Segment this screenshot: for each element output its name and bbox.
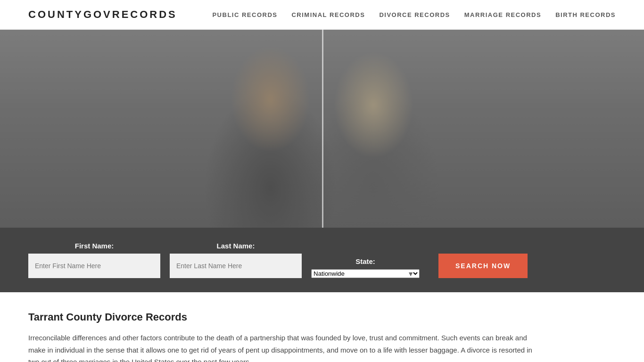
first-name-field: First Name: xyxy=(28,242,160,278)
hero-section xyxy=(0,30,644,228)
state-select-wrapper: NationwideAlabamaAlaskaArizonaArkansasCa… xyxy=(311,269,420,278)
state-select[interactable]: NationwideAlabamaAlaskaArizonaArkansasCa… xyxy=(311,269,420,278)
state-label: State: xyxy=(355,257,375,265)
last-name-input[interactable] xyxy=(170,254,302,278)
hero-divider xyxy=(322,30,323,228)
content-title: Tarrant County Divorce Records xyxy=(28,311,537,323)
nav-public-records[interactable]: PUBLIC RECORDS xyxy=(212,11,277,18)
state-field: State: NationwideAlabamaAlaskaArizonaArk… xyxy=(311,257,420,278)
nav-criminal-records[interactable]: CRIMINAL RECORDS xyxy=(291,11,365,18)
site-logo[interactable]: COUNTYGOVRECORDS xyxy=(28,8,177,21)
search-now-button[interactable]: SEARCH NOW xyxy=(438,254,528,278)
last-name-label: Last Name: xyxy=(170,242,302,250)
last-name-field: Last Name: xyxy=(170,242,302,278)
content-section: Tarrant County Divorce Records Irreconci… xyxy=(0,292,566,362)
nav-marriage-records[interactable]: MARRIAGE RECORDS xyxy=(464,11,541,18)
content-paragraph-1: Irreconcilable differences and other fac… xyxy=(28,332,537,362)
main-nav: PUBLIC RECORDS CRIMINAL RECORDS DIVORCE … xyxy=(212,11,616,18)
site-header: COUNTYGOVRECORDS PUBLIC RECORDS CRIMINAL… xyxy=(0,0,644,30)
nav-divorce-records[interactable]: DIVORCE RECORDS xyxy=(379,11,450,18)
first-name-input[interactable] xyxy=(28,254,160,278)
search-section: First Name: Last Name: State: Nationwide… xyxy=(0,228,644,292)
first-name-label: First Name: xyxy=(28,242,160,250)
nav-birth-records[interactable]: BIRTH RECORDS xyxy=(555,11,616,18)
